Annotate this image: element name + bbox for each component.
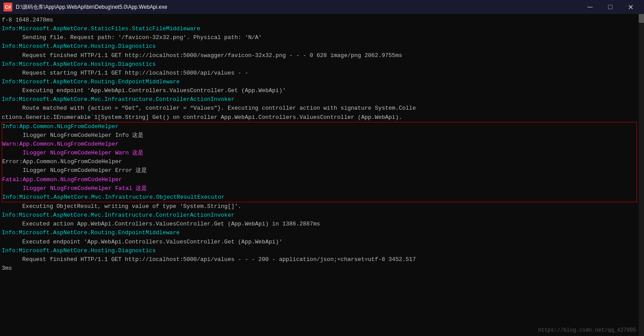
- log-line: Info:Microsoft.AspNetCore.Mvc.Infrastruc…: [2, 211, 637, 220]
- highlighted-block: Info:App.Common.NLogFromCodeHelper ILogg…: [2, 122, 637, 202]
- watermark: https://blog.csdn.net/qq_427995: [538, 327, 636, 333]
- log-line: Executed endpoint 'App.WebApi.Controller…: [2, 238, 637, 247]
- scrollbar-thumb[interactable]: [639, 14, 644, 23]
- highlighted-log-line: Info:App.Common.NLogFromCodeHelper: [2, 122, 637, 131]
- minimize-button[interactable]: ─: [580, 0, 600, 14]
- highlighted-log-line: ILogger NLogFromCodeHelper Fatal 这是: [2, 184, 637, 193]
- title-bar: C# D:\源码仓库\App\App.WebApi\bin\Debug\net5…: [0, 0, 644, 14]
- close-button[interactable]: ✕: [620, 0, 640, 14]
- console-area: f-8 1648.2478msInfo:Microsoft.AspNetCore…: [0, 14, 644, 336]
- log-line: 3ms: [2, 264, 637, 273]
- log-line: Info:Microsoft.AspNetCore.Routing.Endpoi…: [2, 229, 637, 237]
- highlighted-log-line: Fatal:App.Common.NLogFromCodeHelper: [2, 175, 637, 184]
- log-line: Info:Microsoft.AspNetCore.Routing.Endpoi…: [2, 78, 637, 86]
- highlighted-log-line: Warn:App.Common.NLogFromCodeHelper: [2, 140, 637, 149]
- log-line: Request finished HTTP/1.1 GET http://loc…: [2, 255, 637, 264]
- window-title: D:\源码仓库\App\App.WebApi\bin\Debug\net5.0\…: [16, 4, 580, 11]
- log-line: Executing endpoint 'App.WebApi.Controlle…: [2, 86, 637, 95]
- scrollbar[interactable]: [639, 14, 644, 336]
- log-line: Info:Microsoft.AspNetCore.StaticFiles.St…: [2, 25, 637, 33]
- log-line: Request starting HTTP/1.1 GET http://loc…: [2, 69, 637, 78]
- app-icon: C#: [4, 3, 12, 11]
- maximize-button[interactable]: □: [600, 0, 620, 14]
- log-line: Executing ObjectResult, writing value of…: [2, 202, 637, 211]
- console-content: f-8 1648.2478msInfo:Microsoft.AspNetCore…: [2, 16, 637, 334]
- log-line: ctions.Generic.IEnumerable`1[System.Stri…: [2, 113, 637, 122]
- log-line: Executed action App.WebApi.Controllers.V…: [2, 220, 637, 229]
- window-controls: ─ □ ✕: [580, 0, 640, 14]
- log-line: Info:Microsoft.AspNetCore.Hosting.Diagno…: [2, 247, 637, 255]
- log-line: Request finished HTTP/1.1 GET http://loc…: [2, 51, 637, 60]
- log-line: Info:Microsoft.AspNetCore.Hosting.Diagno…: [2, 42, 637, 51]
- highlighted-log-line: ILogger NLogFromCodeHelper Info 这是: [2, 131, 637, 140]
- log-line: Info:Microsoft.AspNetCore.Mvc.Infrastruc…: [2, 95, 637, 104]
- highlighted-log-line: Info:Microsoft.AspNetCore.Mvc.Infrastruc…: [2, 193, 637, 202]
- log-line: Route matched with {action = “Get”, cont…: [2, 104, 637, 113]
- log-line: Info:Microsoft.AspNetCore.Hosting.Diagno…: [2, 60, 637, 69]
- highlighted-log-line: Error:App.Common.NLogFromCodeHelper: [2, 157, 637, 166]
- highlighted-log-line: ILogger NLogFromCodeHelper Warn 这是: [2, 149, 637, 157]
- log-line: Sending file. Request path: '/favicon-32…: [2, 33, 637, 42]
- log-line: f-8 1648.2478ms: [2, 16, 637, 25]
- highlighted-log-line: ILogger NLogFromCodeHelper Error 这是: [2, 166, 637, 175]
